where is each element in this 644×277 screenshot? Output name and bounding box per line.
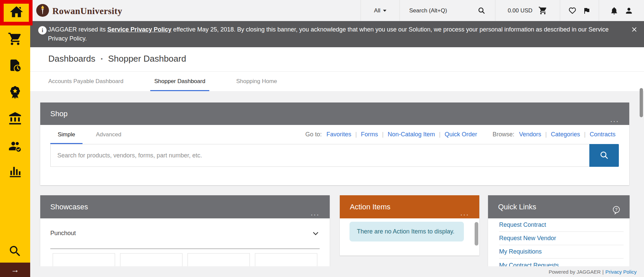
shop-tab-simple[interactable]: Simple (50, 125, 83, 144)
product-search-row (50, 144, 619, 167)
sidebar-expand-button[interactable]: → (0, 263, 30, 277)
shop-panel-menu-button[interactable]: ... (610, 116, 619, 124)
global-search[interactable]: Search (Alt+Q) (399, 0, 495, 21)
top-bar: RowanUniversity All Search (Alt+Q) 0.00 … (30, 0, 644, 21)
notifications-user-section (599, 0, 644, 21)
action-items-panel: Action Items ... There are no Action Ite… (340, 195, 479, 256)
product-search-input[interactable] (50, 144, 589, 167)
shop-tab-advanced[interactable]: Advanced (89, 125, 129, 144)
goto-label: Go to: (305, 131, 322, 138)
close-icon (631, 26, 638, 34)
tab-accounts-payable-dashboard[interactable]: Accounts Payable Dashboard (48, 72, 123, 91)
privacy-policy-banner: JAGGAER revised its Service Privacy Poli… (30, 21, 644, 47)
service-privacy-policy-link[interactable]: Service Privacy Policy (107, 26, 171, 33)
showcase-group-label: Punchout (50, 230, 76, 237)
scope-select-value: All (374, 7, 380, 14)
shop-panel: Shop ... Simple Advanced Go to: Favorite… (40, 102, 629, 185)
sidebar-item-search[interactable] (0, 242, 30, 262)
suppliers-people-check-icon (8, 139, 22, 155)
search-icon (477, 6, 486, 15)
browse-label: Browse: (492, 131, 514, 138)
powered-by-text: Powered by JAGGAER (549, 269, 601, 275)
showcases-panel-title: Showcases (50, 203, 88, 211)
svg-text:?: ? (615, 207, 618, 212)
action-items-panel-header: Action Items ... (340, 195, 479, 218)
link-contracts[interactable]: Contracts (590, 131, 615, 138)
quick-link-request-new-vendor[interactable]: Request New Vendor (499, 232, 624, 245)
banner-text-prefix: JAGGAER revised its (48, 26, 106, 33)
top-bar-actions: All Search (Alt+Q) 0.00 USD (361, 0, 644, 21)
action-items-body: There are no Action Items to display. (340, 218, 479, 256)
breadcrumb-separator: • (101, 56, 103, 62)
contracts-award-ribbon-icon (8, 85, 22, 101)
quick-link-my-requisitions[interactable]: My Requisitions (499, 245, 624, 259)
orders-document-clock-icon (8, 59, 22, 74)
action-items-panel-title: Action Items (350, 203, 390, 211)
flag-icon[interactable] (583, 7, 591, 15)
quick-link-request-contract[interactable]: Request Contract (499, 218, 624, 232)
rowan-university-logo[interactable]: RowanUniversity (36, 4, 122, 18)
heart-icon[interactable] (568, 6, 577, 15)
shop-quick-nav: Go to: Favorites| Forms| Non-Catalog Ite… (305, 125, 615, 144)
home-icon (9, 4, 24, 21)
breadcrumb: Dashboards • Shopper Dashboard (48, 54, 186, 64)
page-scrollbar-thumb[interactable] (640, 88, 643, 117)
link-categories[interactable]: Categories (551, 131, 580, 138)
user-icon[interactable] (625, 6, 633, 15)
sidebar-item-orders[interactable] (0, 56, 30, 76)
info-icon (38, 26, 47, 34)
product-search-button[interactable] (589, 144, 619, 167)
dashboard-tabs: Accounts Payable Dashboard Shopper Dashb… (30, 71, 644, 91)
shop-panel-header: Shop ... (40, 102, 629, 125)
shopping-cart-icon (538, 6, 547, 15)
quick-links-panel-header: Quick Links ? (488, 195, 630, 218)
showcases-panel-header: Showcases ... (40, 195, 330, 218)
bell-icon[interactable] (610, 6, 619, 15)
link-favorites[interactable]: Favorites (326, 131, 351, 138)
sidebar-item-contracts[interactable] (0, 83, 30, 103)
page-title: Shopper Dashboard (108, 54, 186, 64)
showcases-panel-menu-button[interactable]: ... (311, 209, 320, 217)
action-items-scrollbar[interactable] (475, 222, 478, 246)
sidebar-item-suppliers[interactable] (0, 137, 30, 157)
main-content: Dashboards • Shopper Dashboard Accounts … (30, 47, 644, 277)
showcase-divider (50, 248, 320, 249)
home-button-highlight[interactable] (0, 0, 33, 25)
footer-separator: | (602, 269, 604, 275)
cart-summary[interactable]: 0.00 USD (495, 0, 560, 21)
tab-shopper-dashboard[interactable]: Shopper Dashboard (154, 72, 205, 91)
link-forms[interactable]: Forms (361, 131, 378, 138)
search-icon (8, 244, 22, 260)
search-icon (599, 150, 609, 161)
logo-text: RowanUniversity (52, 6, 122, 16)
quick-links-panel-title: Quick Links (498, 203, 536, 211)
link-non-catalog-item[interactable]: Non-Catalog Item (388, 131, 435, 138)
sidebar-item-reporting[interactable] (0, 163, 30, 183)
global-search-label: Search (Alt+Q) (409, 7, 447, 14)
help-icon[interactable]: ? (612, 205, 621, 214)
shop-tabs-row: Simple Advanced Go to: Favorites| Forms|… (40, 125, 629, 144)
privacy-policy-link[interactable]: Privacy Policy (605, 269, 637, 275)
torch-logo-icon (36, 4, 49, 18)
sidebar-item-shop[interactable] (0, 29, 30, 50)
sidebar-item-accounts-payable[interactable] (0, 109, 30, 129)
tab-shopping-home[interactable]: Shopping Home (236, 72, 277, 91)
banner-close-button[interactable] (630, 26, 639, 34)
arrow-right-icon: → (11, 265, 19, 275)
reporting-bar-chart-icon (8, 165, 22, 181)
dashboard-body: Shop ... Simple Advanced Go to: Favorite… (30, 91, 644, 277)
accounts-payable-bank-icon (8, 112, 22, 127)
chevron-down-icon (383, 10, 386, 12)
link-quick-order[interactable]: Quick Order (444, 131, 477, 138)
action-items-panel-menu-button[interactable]: ... (460, 209, 469, 217)
shopper-dashboard-app: → RowanUniversity All Search (Alt+Q) (0, 0, 644, 277)
shop-panel-title: Shop (50, 110, 67, 118)
shopping-cart-icon (8, 31, 22, 48)
scope-select[interactable]: All (361, 0, 399, 21)
showcases-panel: Showcases ... Punchout (40, 195, 330, 277)
quick-links-panel: Quick Links ? Request Contract Request N… (488, 195, 630, 273)
showcase-group-punchout[interactable]: Punchout (40, 218, 330, 248)
link-vendors[interactable]: Vendors (519, 131, 541, 138)
footer: Powered by JAGGAER | Privacy Policy (30, 266, 644, 277)
banner-message: JAGGAER revised its Service Privacy Poli… (48, 25, 614, 43)
